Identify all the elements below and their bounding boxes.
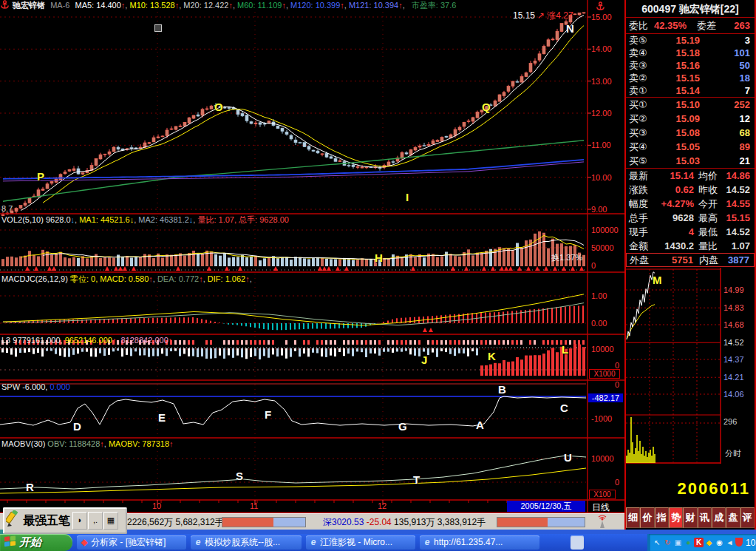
level-label: 买② (629, 112, 647, 126)
quote-stat-row: 现手4最低14.52 (626, 225, 755, 239)
quote-tab-价[interactable]: 价 (640, 507, 654, 528)
buy-queue: 买①15.10252买②15.0912买③15.0868买④15.0589买⑤1… (626, 98, 755, 168)
stat-label: 幅度 (629, 197, 648, 211)
quote-tab-评[interactable]: 评 (740, 507, 755, 528)
signal-tray-icon[interactable]: ◉ (715, 538, 724, 547)
ime-name-label: 最强五笔 (23, 513, 70, 529)
intraday-avg-line (627, 305, 655, 339)
task-title: 分析家 - [驰宏锌锗] (91, 537, 166, 547)
level-qty: 12 (740, 112, 750, 126)
level-qty: 21 (740, 154, 750, 168)
order-book-row[interactable]: 卖⑤15.193 (626, 34, 755, 47)
stat-value: 1430.2 (651, 239, 694, 253)
quote-tab-讯[interactable]: 讯 (698, 507, 712, 528)
ime-keyboard-button[interactable]: ▦ (103, 512, 118, 530)
stat-value: 1.07 (709, 239, 750, 253)
weibi-label: 委比 (629, 18, 648, 34)
ime-fullhalf-button[interactable]: ◗ (72, 512, 87, 530)
level-qty: 101 (734, 47, 750, 59)
antivirus-k-tray-icon[interactable]: K (694, 538, 704, 547)
ime-toolbar[interactable]: 最强五笔 ◗ ,. ▦ (3, 507, 127, 534)
intraday-price-label: 14.21 (723, 373, 744, 382)
level-qty: 89 (740, 140, 750, 154)
sell-queue: 卖⑤15.193卖④15.18101卖③15.1650卖②15.1518卖①15… (626, 34, 755, 97)
shield-tray-icon[interactable] (735, 538, 743, 547)
task-title: 江淮影视 - Micro... (320, 537, 392, 547)
level-qty: 18 (740, 72, 750, 84)
order-book-row[interactable]: 买③15.0868 (626, 126, 755, 140)
macd-series (2, 294, 584, 330)
volume-tray-icon[interactable]: ◄ (725, 538, 735, 547)
sz-volume-text: 135,913万 3,383,912手 (394, 517, 486, 527)
order-book-row[interactable]: 买②15.0912 (626, 112, 755, 126)
level-label: 卖③ (629, 59, 647, 72)
intraday-price-label: 14.06 (723, 390, 744, 399)
order-book-row[interactable]: 卖②15.1518 (626, 72, 755, 84)
stat-label: 涨跌 (629, 183, 648, 197)
minimized-window-button[interactable] (571, 535, 584, 550)
intraday-volume-label: 296 (723, 417, 737, 426)
level-label: 买① (629, 98, 647, 112)
quote-tab-细[interactable]: 细 (626, 507, 640, 528)
task-title: http://61.235.47... (434, 537, 503, 547)
maobv-series (0, 456, 586, 493)
quote-tab-指[interactable]: 指 (655, 507, 669, 528)
maobv-line (0, 468, 586, 493)
intraday-volume-bars (627, 417, 655, 463)
network-globe-tray-icon[interactable]: ● (684, 538, 693, 547)
sh-updown-ratio-bar (222, 517, 306, 527)
volume-series (0, 231, 586, 270)
taskbar-clock[interactable]: 10:10 (746, 538, 756, 548)
period-selector[interactable]: 日线 (592, 501, 610, 514)
quote-panel-tabs: 细价指势财讯成盘评 (626, 507, 755, 528)
level-qty: 50 (740, 59, 750, 72)
ime-punct-button[interactable]: ,. (88, 512, 103, 530)
gold-tray-icon[interactable]: ◆ (704, 538, 714, 547)
level-label: 卖⑤ (629, 34, 647, 47)
stat-value: 14.52 (709, 183, 750, 197)
quote-tab-势[interactable]: 势 (669, 507, 683, 528)
level-price: 15.08 (655, 126, 700, 140)
intraday-grid (626, 268, 721, 464)
order-book-row[interactable]: 卖①15.147 (626, 84, 755, 97)
quote-stat-row: 最新15.14均价14.86 (626, 169, 755, 183)
level-price: 15.14 (655, 84, 700, 97)
order-book-row[interactable]: 买⑤15.0321 (626, 154, 755, 168)
neipan-value: 3877 (728, 254, 749, 266)
obv-line (0, 456, 586, 489)
quote-stats: 最新15.14均价14.86涨跌0.62昨收14.52幅度+4.27%今开14.… (626, 169, 755, 253)
stat-label: 最新 (629, 169, 648, 183)
taskbar-task-button[interactable]: e模拟炒股系统--股... (191, 535, 302, 550)
order-book-row[interactable]: 买④15.0589 (626, 140, 755, 154)
display-tray-icon[interactable]: ▣ (673, 538, 683, 547)
app-logo-icon-right (596, 1, 605, 14)
intraday-mode-label[interactable]: 分时 (725, 448, 741, 459)
weicha-value: 263 (734, 18, 750, 34)
intraday-price-label: 14.83 (723, 303, 744, 312)
start-button[interactable]: 开始 (0, 534, 72, 551)
quote-tab-成[interactable]: 成 (712, 507, 726, 528)
windows-flag-icon (4, 535, 16, 550)
level-price: 15.15 (655, 72, 700, 84)
cursor-tray-icon[interactable]: ↖ (653, 538, 662, 547)
taskbar-task-button[interactable]: ◆分析家 - [驰宏锌锗] (77, 535, 186, 550)
level-price: 15.19 (655, 34, 700, 47)
stat-label: 金额 (629, 239, 648, 253)
weibi-row: 委比 42.35% 委差 263 (626, 18, 755, 34)
level-qty: 252 (734, 98, 750, 112)
level-price: 15.16 (655, 59, 700, 72)
order-book-row[interactable]: 买①15.10252 (626, 98, 755, 112)
level-label: 买③ (629, 126, 647, 140)
stat-label: 现手 (629, 225, 648, 239)
intraday-price-label: 14.52 (723, 338, 744, 347)
quote-tab-财[interactable]: 财 (683, 507, 697, 528)
order-book-row[interactable]: 卖③15.1650 (626, 59, 755, 72)
sync-tray-icon[interactable]: ↻ (663, 538, 672, 547)
quote-tab-盘[interactable]: 盘 (726, 507, 740, 528)
quote-panel: 600497 驰宏锌锗[22] 委比 42.35% 委差 263 卖⑤15.19… (624, 0, 756, 530)
taskbar-task-button[interactable]: ehttp://61.235.47... (420, 535, 539, 550)
level-price: 15.18 (655, 47, 700, 59)
sz-market-summary: 深3020.53 -25.04 135,913万 3,383,912手 (323, 516, 486, 529)
taskbar-task-button[interactable]: e江淮影视 - Micro... (306, 535, 415, 550)
order-book-row[interactable]: 卖④15.18101 (626, 47, 755, 59)
